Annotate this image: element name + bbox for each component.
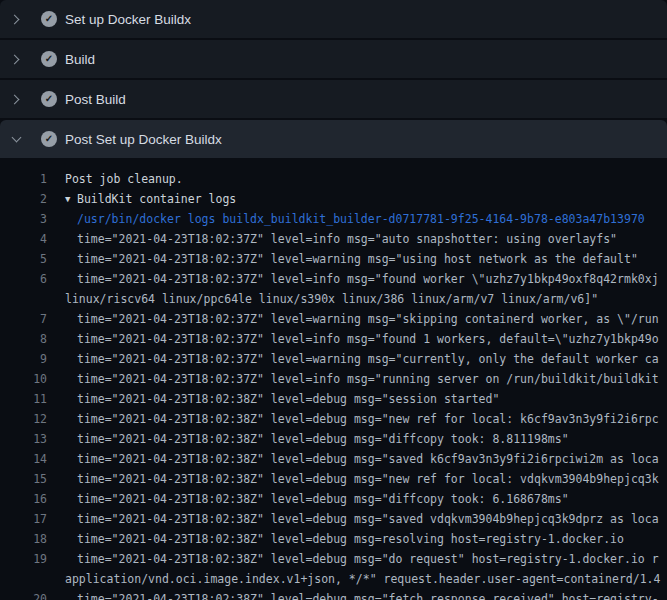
check-circle-icon: ✓: [41, 131, 57, 147]
log-line-number: 12: [0, 409, 47, 429]
log-line-text: time="2021-04-23T18:02:38Z" level=debug …: [77, 409, 659, 429]
checkmark-icon: ✓: [45, 134, 53, 144]
log-line-number: 6: [0, 269, 47, 289]
log-line: 14 time="2021-04-23T18:02:38Z" level=deb…: [0, 449, 667, 469]
group-toggle-icon[interactable]: ▼: [65, 189, 77, 209]
log-line-text: time="2021-04-23T18:02:37Z" level=info m…: [77, 229, 617, 249]
workflow-log-viewer: ✓ Set up Docker Buildx ✓ Build ✓ Post Bu…: [0, 0, 667, 600]
log-line-number: [0, 569, 47, 589]
log-line-text: time="2021-04-23T18:02:37Z" level=info m…: [77, 329, 659, 349]
chevron-icon[interactable]: [11, 94, 21, 104]
step-row-build[interactable]: ✓ Build: [0, 40, 667, 78]
log-line-number: 16: [0, 489, 47, 509]
log-line: 17 time="2021-04-23T18:02:38Z" level=deb…: [0, 509, 667, 529]
step-label: Post Set up Docker Buildx: [65, 132, 222, 147]
step-row-post-build[interactable]: ✓ Post Build: [0, 80, 667, 118]
log-line: 6 time="2021-04-23T18:02:37Z" level=info…: [0, 269, 667, 289]
log-line-text: time="2021-04-23T18:02:38Z" level=debug …: [77, 469, 659, 489]
steps-list: ✓ Set up Docker Buildx ✓ Build ✓ Post Bu…: [0, 0, 667, 158]
log-line-number: 11: [0, 389, 47, 409]
log-line-text: time="2021-04-23T18:02:38Z" level=debug …: [77, 449, 659, 469]
log-line: 2 ▼ BuildKit container logs: [0, 189, 667, 209]
log-line: linux/riscv64 linux/ppc64le linux/s390x …: [0, 289, 667, 309]
log-line-number: 20: [0, 589, 47, 600]
log-line-text: application/vnd.oci.image.index.v1+json,…: [65, 569, 660, 589]
log-line-number: 9: [0, 349, 47, 369]
log-line-text: /usr/bin/docker logs buildx_buildkit_bui…: [77, 209, 645, 229]
log-line-text: Post job cleanup.: [65, 169, 183, 189]
log-line-text: time="2021-04-23T18:02:38Z" level=debug …: [77, 529, 624, 549]
log-line-number: 14: [0, 449, 47, 469]
check-circle-icon: ✓: [41, 51, 57, 67]
log-line-text: time="2021-04-23T18:02:37Z" level=warnin…: [77, 349, 659, 369]
log-line-number: 2: [0, 189, 47, 209]
chevron-icon[interactable]: [11, 134, 21, 144]
log-line: 4 time="2021-04-23T18:02:37Z" level=info…: [0, 229, 667, 249]
step-label: Set up Docker Buildx: [65, 12, 191, 27]
step-label: Post Build: [65, 92, 126, 107]
log-line: 15 time="2021-04-23T18:02:38Z" level=deb…: [0, 469, 667, 489]
step-label: Build: [65, 52, 95, 67]
log-line-number: 1: [0, 169, 47, 189]
log-line-text: time="2021-04-23T18:02:38Z" level=debug …: [77, 549, 659, 569]
log-line: 3 /usr/bin/docker logs buildx_buildkit_b…: [0, 209, 667, 229]
log-line: 5 time="2021-04-23T18:02:37Z" level=warn…: [0, 249, 667, 269]
log-line-text: BuildKit container logs: [77, 189, 236, 209]
log-line-text: time="2021-04-23T18:02:37Z" level=warnin…: [77, 249, 638, 269]
log-line: 13 time="2021-04-23T18:02:38Z" level=deb…: [0, 429, 667, 449]
log-line-text: time="2021-04-23T18:02:38Z" level=debug …: [77, 489, 569, 509]
log-line: 19 time="2021-04-23T18:02:38Z" level=deb…: [0, 549, 667, 569]
log-line: 9 time="2021-04-23T18:02:37Z" level=warn…: [0, 349, 667, 369]
checkmark-icon: ✓: [45, 94, 53, 104]
step-row-set-up-docker-buildx[interactable]: ✓ Set up Docker Buildx: [0, 0, 667, 38]
log-line: 18 time="2021-04-23T18:02:38Z" level=deb…: [0, 529, 667, 549]
log-line: 1 Post job cleanup.: [0, 169, 667, 189]
log-line-text: time="2021-04-23T18:02:37Z" level=info m…: [77, 369, 659, 389]
check-circle-icon: ✓: [41, 11, 57, 27]
log-line-number: 10: [0, 369, 47, 389]
log-line: 20 time="2021-04-23T18:02:38Z" level=deb…: [0, 589, 667, 600]
log-line-number: 15: [0, 469, 47, 489]
log-line-text: time="2021-04-23T18:02:38Z" level=debug …: [77, 509, 659, 529]
step-row-post-set-up-docker-buildx[interactable]: ✓ Post Set up Docker Buildx: [0, 120, 667, 158]
log-line-text: time="2021-04-23T18:02:38Z" level=debug …: [77, 589, 659, 600]
log-line: 11 time="2021-04-23T18:02:38Z" level=deb…: [0, 389, 667, 409]
log-line-number: 8: [0, 329, 47, 349]
log-line: 10 time="2021-04-23T18:02:37Z" level=inf…: [0, 369, 667, 389]
log-line-number: 19: [0, 549, 47, 569]
log-area: 1 Post job cleanup. 2 ▼ BuildKit contain…: [0, 160, 667, 600]
log-line: 16 time="2021-04-23T18:02:38Z" level=deb…: [0, 489, 667, 509]
log-line-text: linux/riscv64 linux/ppc64le linux/s390x …: [65, 289, 598, 309]
log-line: 7 time="2021-04-23T18:02:37Z" level=warn…: [0, 309, 667, 329]
log-line-number: 3: [0, 209, 47, 229]
chevron-icon[interactable]: [11, 54, 21, 64]
log-line-text: time="2021-04-23T18:02:38Z" level=debug …: [77, 429, 569, 449]
log-line-number: 17: [0, 509, 47, 529]
log-line-number: 18: [0, 529, 47, 549]
chevron-icon[interactable]: [11, 14, 21, 24]
log-line-number: 4: [0, 229, 47, 249]
log-line-text: time="2021-04-23T18:02:38Z" level=debug …: [77, 389, 499, 409]
log-line: 12 time="2021-04-23T18:02:38Z" level=deb…: [0, 409, 667, 429]
log-line-number: [0, 289, 47, 309]
checkmark-icon: ✓: [45, 14, 53, 24]
log-line: application/vnd.oci.image.index.v1+json,…: [0, 569, 667, 589]
log-line-number: 7: [0, 309, 47, 329]
check-circle-icon: ✓: [41, 91, 57, 107]
log-line-text: time="2021-04-23T18:02:37Z" level=warnin…: [77, 309, 659, 329]
log-line-text: time="2021-04-23T18:02:37Z" level=info m…: [77, 269, 659, 289]
log-line-number: 5: [0, 249, 47, 269]
checkmark-icon: ✓: [45, 54, 53, 64]
log-line: 8 time="2021-04-23T18:02:37Z" level=info…: [0, 329, 667, 349]
log-line-number: 13: [0, 429, 47, 449]
